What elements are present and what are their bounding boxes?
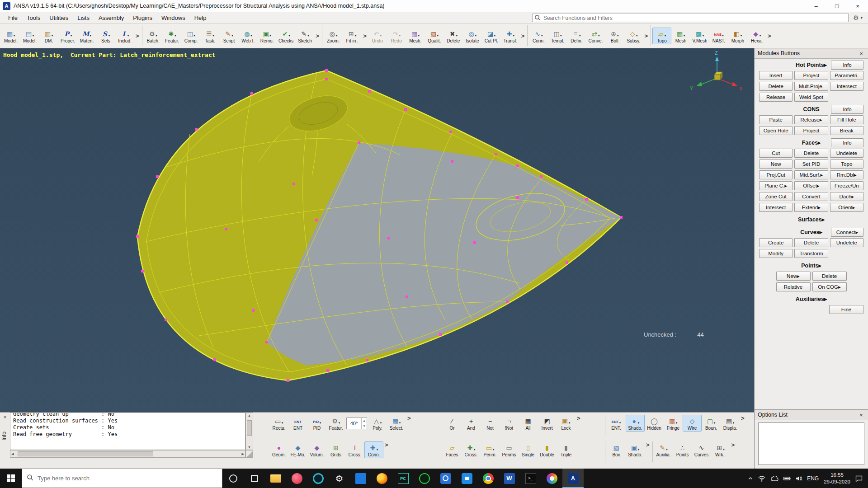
- network-wifi-icon[interactable]: [758, 475, 765, 482]
- toolbar-overflow-chevron[interactable]: >: [644, 33, 648, 39]
- dropdown-caret-icon[interactable]: ▾: [723, 448, 725, 452]
- dropdown-caret-icon[interactable]: ▾: [493, 448, 495, 452]
- dropdown-caret-icon[interactable]: ▾: [282, 421, 283, 426]
- toolbar-button[interactable]: ◍▾ Web I.: [239, 28, 258, 44]
- menu-item[interactable]: File: [4, 14, 22, 22]
- section-header-auxiliaries[interactable]: Auxiliaries▸: [796, 296, 827, 302]
- module-button[interactable]: Extend▸: [794, 203, 828, 212]
- dropdown-caret-icon[interactable]: ▾: [231, 34, 233, 38]
- toolbar-button[interactable]: S▾ Sets: [96, 28, 115, 44]
- auxiliary-display-button[interactable]: ∿▾ Curves: [692, 441, 711, 462]
- selection-mode-button[interactable]: +▾ And: [462, 415, 481, 432]
- clock[interactable]: 16:55 29-09-2020: [824, 472, 850, 485]
- menu-item[interactable]: Plugins: [128, 14, 157, 22]
- options-list-content[interactable]: [758, 422, 864, 465]
- toolbar-button[interactable]: ✚▾ Transf.: [501, 28, 520, 44]
- menu-item[interactable]: Lists: [73, 14, 94, 22]
- display-mode-button[interactable]: ◇▾ Wire: [683, 415, 702, 432]
- module-button[interactable]: Topo: [830, 160, 863, 169]
- selection-tool-button[interactable]: ▭▾ Recta.: [269, 415, 288, 432]
- module-button[interactable]: Transform: [794, 249, 828, 258]
- dropdown-caret-icon[interactable]: ▾: [175, 34, 176, 38]
- menu-item[interactable]: Utilities: [45, 14, 73, 22]
- toolbar-overflow-chevron[interactable]: >: [136, 33, 139, 39]
- selection-tool-button[interactable]: ▦▾ Select.: [387, 415, 406, 432]
- module-button[interactable]: Undelete: [830, 149, 863, 158]
- task-view-icon[interactable]: [244, 469, 265, 488]
- dropdown-caret-icon[interactable]: ▾: [33, 34, 34, 38]
- box-display-button[interactable]: ▣▾ Shado.: [626, 441, 645, 462]
- module-button[interactable]: Mid.Surf.▸: [794, 170, 828, 179]
- entity-visibility-button[interactable]: I▾ Cross.: [345, 441, 364, 458]
- toolbar-button[interactable]: ✔▾ Checks: [277, 28, 296, 44]
- toolbar-button[interactable]: ⊕▾ Bolt: [605, 28, 624, 44]
- title-bar[interactable]: A ANSA v19.1.5 64-bit (C:/Users/ghosh/De…: [0, 0, 868, 12]
- module-button[interactable]: Fill Hole: [830, 115, 863, 124]
- auxiliary-display-button[interactable]: ⊞▾ Wrk..: [711, 441, 730, 462]
- dropdown-caret-icon[interactable]: ▾: [541, 34, 543, 38]
- scrollbar-thumb[interactable]: [247, 420, 252, 436]
- selection-mode-button[interactable]: ▣▾ Lock: [557, 415, 576, 432]
- toolbar-button[interactable]: ◫▾ Templ.: [548, 28, 567, 44]
- toolbar-button[interactable]: ▩▾ V.Mesh: [690, 28, 709, 44]
- settings-gear-icon[interactable]: ⚙: [853, 14, 859, 21]
- toolbar-button[interactable]: ◇▾ Subsy.: [624, 28, 643, 44]
- toolbar-button[interactable]: ▦▾ Mesh.: [406, 28, 425, 44]
- toolbar-button[interactable]: NAS▾ NAST.: [709, 28, 728, 44]
- toolbar-overflow-chevron[interactable]: >: [577, 415, 580, 432]
- selection-mode-button[interactable]: −▾ Not: [481, 415, 500, 432]
- toolbar-overflow-chevron[interactable]: >: [407, 415, 411, 432]
- toolbar-button[interactable]: ↷▾ Redo: [387, 28, 406, 44]
- dropdown-caret-icon[interactable]: ▾: [212, 34, 214, 38]
- dropdown-caret-icon[interactable]: ▾: [741, 34, 742, 38]
- module-button[interactable]: Set PID: [794, 160, 828, 169]
- module-button[interactable]: Freeze/Un: [830, 181, 863, 190]
- terminal-icon[interactable]: >_: [520, 469, 541, 488]
- section-header-hot-points[interactable]: Hot Points▸: [796, 62, 827, 68]
- toolbar-button[interactable]: ∿▾ Conn.: [529, 28, 548, 44]
- selection-tool-button[interactable]: ⚙▾ Featur.: [326, 415, 345, 432]
- maximize-button[interactable]: □: [826, 0, 847, 12]
- toolbar-button[interactable]: ✎▾ Script: [220, 28, 239, 44]
- module-button[interactable]: Delete: [759, 82, 793, 91]
- dropdown-caret-icon[interactable]: ▾: [722, 34, 724, 38]
- paint-app-icon[interactable]: [541, 469, 562, 488]
- horizontal-scrollbar[interactable]: ◀ ▶: [10, 450, 245, 458]
- dropdown-caret-icon[interactable]: ▾: [619, 421, 621, 426]
- dropdown-caret-icon[interactable]: ▾: [676, 421, 678, 426]
- display-mode-button[interactable]: ▤▾ Displa.: [721, 415, 740, 432]
- toolbar-button[interactable]: ✎▾ Sketch: [296, 28, 315, 44]
- topology-display-button[interactable]: ▭▾ Perims: [500, 441, 519, 458]
- dropdown-caret-icon[interactable]: ▾: [474, 448, 476, 452]
- module-button[interactable]: On COG▸: [812, 282, 847, 291]
- toolbar-button[interactable]: ▤▾ Model.: [20, 28, 39, 44]
- dropdown-caret-icon[interactable]: ▾: [108, 34, 110, 38]
- word-icon[interactable]: W: [499, 469, 520, 488]
- settings-gear-icon[interactable]: ⚙: [329, 469, 350, 488]
- toolbar-overflow-chevron[interactable]: >: [316, 33, 320, 39]
- toolbar-button[interactable]: ☰▾ Task.: [201, 28, 220, 44]
- menu-item[interactable]: Help: [190, 14, 211, 22]
- topology-display-button[interactable]: ▱▾ Faces: [443, 441, 462, 458]
- module-button[interactable]: Weld Spot: [794, 93, 828, 102]
- module-button[interactable]: Intersect: [830, 82, 863, 91]
- toolbar-button[interactable]: ▣▾ Remo.: [258, 28, 277, 44]
- dropdown-caret-icon[interactable]: ▾: [418, 34, 420, 38]
- options-list-header[interactable]: Options List ×: [755, 410, 868, 420]
- toolbar-button[interactable]: ▦▾ Model.: [1, 28, 20, 44]
- onedrive-cloud-icon[interactable]: [770, 476, 778, 481]
- dropdown-caret-icon[interactable]: ▾: [636, 34, 638, 38]
- selection-mode-button[interactable]: ◩▾ Invert: [538, 415, 557, 432]
- menu-item[interactable]: Windows: [157, 14, 190, 22]
- hidden-icons-chevron-icon[interactable]: [748, 476, 753, 481]
- toolbar-button[interactable]: ✱▾ Featur.: [163, 28, 182, 44]
- spin-up-icon[interactable]: ▲: [362, 418, 367, 423]
- volume-icon[interactable]: [796, 476, 802, 481]
- dropdown-caret-icon[interactable]: ▾: [156, 34, 157, 38]
- section-header-curves[interactable]: Curves▸: [800, 229, 822, 235]
- spin-down-icon[interactable]: ▼: [362, 423, 367, 429]
- scroll-left-icon[interactable]: ◀: [10, 451, 14, 457]
- toolbar-overflow-chevron[interactable]: >: [741, 415, 745, 432]
- file-explorer-icon[interactable]: [265, 469, 286, 488]
- dropdown-caret-icon[interactable]: ▾: [456, 34, 458, 38]
